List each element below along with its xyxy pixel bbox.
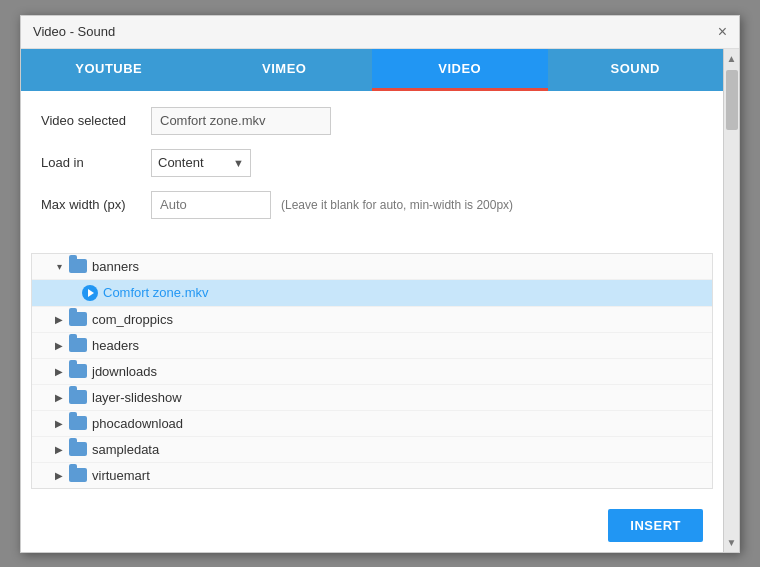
chevron-sampledata-icon: ▶ — [52, 442, 66, 456]
max-width-row: Max width (px) (Leave it blank for auto,… — [41, 191, 703, 219]
tree-item-headers[interactable]: ▶ headers — [32, 333, 712, 359]
tree-label-layer-slideshow: layer-slideshow — [92, 390, 182, 405]
chevron-phocadownload-icon: ▶ — [52, 416, 66, 430]
tab-vimeo[interactable]: VIMEO — [197, 49, 373, 91]
folder-phocadownload-icon — [69, 416, 87, 430]
tree-item-jdownloads[interactable]: ▶ jdownloads — [32, 359, 712, 385]
file-tree: ▾ banners Comfort zone.mkv ▶ com_droppic… — [31, 253, 713, 489]
tab-video[interactable]: VIDEO — [372, 49, 548, 91]
tree-item-banners[interactable]: ▾ banners — [32, 254, 712, 280]
load-in-select[interactable]: Content Popup Inline — [158, 155, 233, 170]
video-selected-label: Video selected — [41, 113, 151, 128]
title-bar: Video - Sound × — [21, 16, 739, 49]
tree-item-phocadownload[interactable]: ▶ phocadownload — [32, 411, 712, 437]
load-in-row: Load in Content Popup Inline ▼ — [41, 149, 703, 177]
select-arrow-icon: ▼ — [233, 157, 244, 169]
folder-com-droppics-icon — [69, 312, 87, 326]
folder-virtuemart-icon — [69, 468, 87, 482]
insert-button[interactable]: INSERT — [608, 509, 703, 542]
tree-item-virtuemart[interactable]: ▶ virtuemart — [32, 463, 712, 488]
tree-label-banners: banners — [92, 259, 139, 274]
video-selected-row: Video selected — [41, 107, 703, 135]
chevron-jdownloads-icon: ▶ — [52, 364, 66, 378]
folder-headers-icon — [69, 338, 87, 352]
chevron-banners-icon: ▾ — [52, 259, 66, 273]
scroll-thumb[interactable] — [726, 70, 738, 130]
tree-item-comfort-zone-mkv[interactable]: Comfort zone.mkv — [32, 280, 712, 307]
max-width-hint: (Leave it blank for auto, min-width is 2… — [281, 198, 513, 212]
tree-item-com-droppics[interactable]: ▶ com_droppics — [32, 307, 712, 333]
folder-jdownloads-icon — [69, 364, 87, 378]
scrollbar[interactable]: ▲ ▼ — [723, 49, 739, 552]
max-width-input[interactable] — [151, 191, 271, 219]
tabs-bar: YOUTUBE VIMEO VIDEO SOUND — [21, 49, 723, 91]
tab-sound[interactable]: SOUND — [548, 49, 724, 91]
folder-banners-icon — [69, 259, 87, 273]
chevron-layer-slideshow-icon: ▶ — [52, 390, 66, 404]
tree-label-headers: headers — [92, 338, 139, 353]
tree-label-jdownloads: jdownloads — [92, 364, 157, 379]
chevron-virtuemart-icon: ▶ — [52, 468, 66, 482]
tree-label-phocadownload: phocadownload — [92, 416, 183, 431]
scroll-up-arrow-icon[interactable]: ▲ — [727, 51, 737, 66]
scroll-down-arrow-icon[interactable]: ▼ — [727, 535, 737, 550]
tree-label-sampledata: sampledata — [92, 442, 159, 457]
chevron-headers-icon: ▶ — [52, 338, 66, 352]
folder-sampledata-icon — [69, 442, 87, 456]
dialog-title: Video - Sound — [33, 24, 115, 39]
max-width-label: Max width (px) — [41, 197, 151, 212]
tree-item-sampledata[interactable]: ▶ sampledata — [32, 437, 712, 463]
tree-item-layer-slideshow[interactable]: ▶ layer-slideshow — [32, 385, 712, 411]
video-selected-input — [151, 107, 331, 135]
load-in-label: Load in — [41, 155, 151, 170]
video-file-icon — [82, 285, 98, 301]
dialog-body: YOUTUBE VIMEO VIDEO SOUND Video selected… — [21, 49, 739, 552]
tree-label-com-droppics: com_droppics — [92, 312, 173, 327]
folder-layer-slideshow-icon — [69, 390, 87, 404]
tab-youtube[interactable]: YOUTUBE — [21, 49, 197, 91]
tree-label-virtuemart: virtuemart — [92, 468, 150, 483]
tree-label-comfort-zone-mkv: Comfort zone.mkv — [103, 285, 208, 300]
main-content: YOUTUBE VIMEO VIDEO SOUND Video selected… — [21, 49, 723, 552]
dialog: Video - Sound × YOUTUBE VIMEO VIDEO SOUN… — [20, 15, 740, 553]
chevron-com-droppics-icon: ▶ — [52, 312, 66, 326]
form-area: Video selected Load in Content Popup Inl… — [21, 91, 723, 249]
load-in-select-wrapper[interactable]: Content Popup Inline ▼ — [151, 149, 251, 177]
bottom-bar: INSERT — [21, 499, 723, 552]
close-button[interactable]: × — [718, 24, 727, 40]
